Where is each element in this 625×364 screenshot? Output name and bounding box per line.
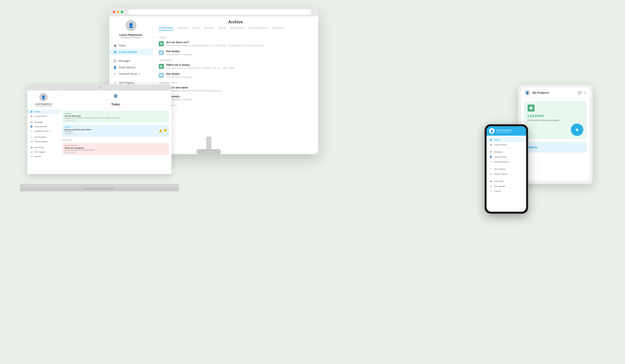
tab-reviews[interactable]: REVIEWS [204, 27, 214, 31]
today-card-habit[interactable]: HABIT Did you practice your habit? Eat s… [62, 124, 169, 137]
tablet-lessons-card[interactable]: Lessons Click here to view your progress… [524, 101, 587, 139]
laptop-nav-progress[interactable]: ✓ Your Progress [27, 135, 59, 139]
phone-nav-facebook[interactable]: ⎋ Facebook Group ↗ [487, 159, 526, 164]
archive-item: PNers do it slowly Yep, we're giving you… [159, 63, 312, 69]
archive-item-title: Eat slowly [166, 72, 193, 75]
laptop-camera [99, 87, 100, 88]
laptop-nav-messages[interactable]: 💬 Messages [27, 120, 59, 124]
date-label-yesterday: YESTERDAY [159, 59, 312, 61]
card-sub-3: Check in to keep track of your progress. [65, 149, 167, 151]
laptop-nav-manual[interactable]: 📖 Owner's Manual [27, 139, 59, 144]
tab-workshops[interactable]: WORKSHOPS [230, 27, 245, 31]
archive-item-desc: Yep, we're giving you "permission" to ov… [166, 67, 235, 69]
phone-nav-logout[interactable]: ↪ Log Out [487, 189, 526, 194]
facebook-icon: ⎋ [30, 130, 33, 132]
previous-label: PREVIOUS [62, 139, 169, 141]
laptop-body: 👤 Laura Hargreaves Coaching for Women ▦ … [27, 90, 171, 174]
sidebar-item-course-archive[interactable]: ▨ Course Archive [109, 49, 153, 55]
archive-item: Are we there yet? There are lots of ways… [159, 41, 312, 47]
laptop-nav-archive[interactable]: ▨ Course Archive [27, 114, 59, 118]
tab-habits[interactable]: HABITS [192, 27, 200, 31]
laptop-support-label: Tech Support [34, 151, 45, 153]
browser-toolbar [109, 7, 318, 16]
archive-item: Eat slowly You submitted a response. [159, 50, 312, 56]
archive-item-title: PNers do it slowly [166, 63, 235, 66]
thumbs-up-icon[interactable]: 👍 [159, 129, 162, 132]
sidebar-item-shane-mooney[interactable]: 👤 Shane Mooney [109, 64, 153, 71]
sidebar-messages-label: Messages [119, 60, 130, 62]
tab-lessons[interactable]: LESSONS [177, 27, 188, 31]
phone-progress-label: Your Progress [494, 168, 506, 170]
laptop-today-label: Today [34, 111, 40, 113]
book-icon: 📖 [490, 173, 492, 175]
phone-nav-shane[interactable]: 👤 Shane Mooney [487, 154, 526, 159]
tab-measurements[interactable]: MEASUREMENTS [249, 27, 268, 31]
message-icon[interactable]: 💬 [578, 91, 582, 94]
today-card-measurement[interactable]: MEASUREMENT Share your progress Check in… [62, 143, 169, 155]
svg-rect-6 [530, 107, 533, 110]
browser-url-bar[interactable] [128, 9, 311, 14]
svg-rect-2 [160, 65, 162, 67]
support-icon: ◎ [490, 185, 492, 187]
phone-nav-progress[interactable]: ✓ Your Progress [487, 166, 526, 171]
archive-icon: ▨ [30, 115, 33, 117]
phone-nav-archive[interactable]: ▨ Course Archive [487, 142, 526, 147]
lesson-icon [159, 64, 164, 69]
laptop-main: 👤 Today LESSON Are we there yet? There a… [60, 90, 171, 174]
lessons-card-title: Lessons [528, 114, 544, 118]
browser-close-dot[interactable] [113, 11, 115, 13]
tab-feedback[interactable]: FEEDBACK [272, 27, 284, 31]
phone-nav-profile[interactable]: ◉ Your Profile [487, 179, 526, 184]
tab-everything[interactable]: EVERYTHING [159, 27, 173, 31]
card-tag-measure: MEASUREMENT [65, 145, 167, 146]
phone-nav-today[interactable]: ▦ Today [487, 137, 526, 142]
logout-icon: ↪ [490, 190, 492, 192]
archive-item-title: Are we there yet? [166, 41, 265, 44]
archive-item: Notice and name One secret to a lean and… [159, 86, 312, 92]
laptop-nav-logout[interactable]: ↪ Log Out [27, 154, 59, 159]
laptop-user-name: Laura Hargreaves [27, 103, 59, 105]
stand-neck [206, 137, 211, 149]
sidebar-today-label: Today [119, 44, 125, 47]
tablet-habits-card[interactable]: Habits [524, 142, 587, 153]
svg-rect-1 [160, 52, 162, 54]
thumbs-down-icon[interactable]: 👎 [163, 129, 167, 132]
phone-manual-label: Owner's Manual [494, 173, 507, 175]
card-tag-habit: HABIT [65, 126, 167, 128]
archive-item-desc: You submitted a response. [166, 76, 193, 78]
person-icon: 👤 [30, 125, 33, 128]
archive-item: Eat slowly You submitted a response. [159, 72, 312, 78]
menu-icon[interactable]: ☰ [583, 91, 586, 94]
browser-minimize-dot[interactable] [117, 11, 119, 13]
tablet-avatar: 👤 [525, 90, 530, 95]
phone-nav-support[interactable]: ◎ Tech Support [487, 184, 526, 189]
laptop-nav-facebook[interactable]: ⎋ Facebook Group ↗ [27, 129, 59, 133]
phone-nav-manual[interactable]: 📖 Owner's Manual [487, 171, 526, 176]
card-date-1: Thursday, Jun 4 [65, 119, 167, 121]
laptop: 👤 Laura Hargreaves Coaching for Women ▦ … [20, 84, 179, 191]
sidebar-item-facebook-group[interactable]: ⎋ Facebook Group ↗ [109, 71, 153, 77]
desktop-main-header: Archive EVERYTHING LESSONS HABITS REVIEW… [153, 16, 318, 33]
desktop-user-avatar: 👤 [125, 20, 136, 31]
phone-shane-label: Shane Mooney [494, 156, 506, 158]
browser-maximize-dot[interactable] [121, 11, 123, 13]
page-title: Archive [159, 20, 312, 24]
laptop-user-avatar: 👤 [39, 93, 48, 101]
tab-intake[interactable]: INTAKE [218, 27, 226, 31]
laptop-nav-shane[interactable]: 👤 Shane Mooney [27, 124, 59, 129]
laptop-nav-today[interactable]: ▦ Today [27, 109, 59, 114]
archive-item-text: Are we there yet? There are lots of ways… [166, 41, 265, 47]
sidebar-item-messages[interactable]: 💬 Messages [109, 58, 153, 64]
archive-item-text: PNers do it slowly Yep, we're giving you… [166, 63, 235, 69]
today-cards: LESSON Are we there yet? There are lots … [60, 109, 171, 174]
tablet-inner: 👤 My Progress 💬 ☰ Lessons Click here to … [521, 87, 590, 181]
svg-rect-0 [160, 43, 162, 45]
card-title-1: Are we there yet? [65, 115, 167, 117]
laptop-nav-support[interactable]: ◎ Tech Support [27, 150, 59, 154]
laptop-nav-profile[interactable]: ◉ Your Profile [27, 145, 59, 150]
today-card-lesson[interactable]: LESSON Are we there yet? There are lots … [62, 111, 169, 123]
phone-nav-messages[interactable]: 💬 Messages [487, 149, 526, 154]
laptop-profile-label: Your Profile [34, 146, 44, 149]
phone-user-name: Laura Hargreaves [496, 129, 512, 131]
sidebar-item-today[interactable]: ▦ Today [109, 42, 153, 49]
